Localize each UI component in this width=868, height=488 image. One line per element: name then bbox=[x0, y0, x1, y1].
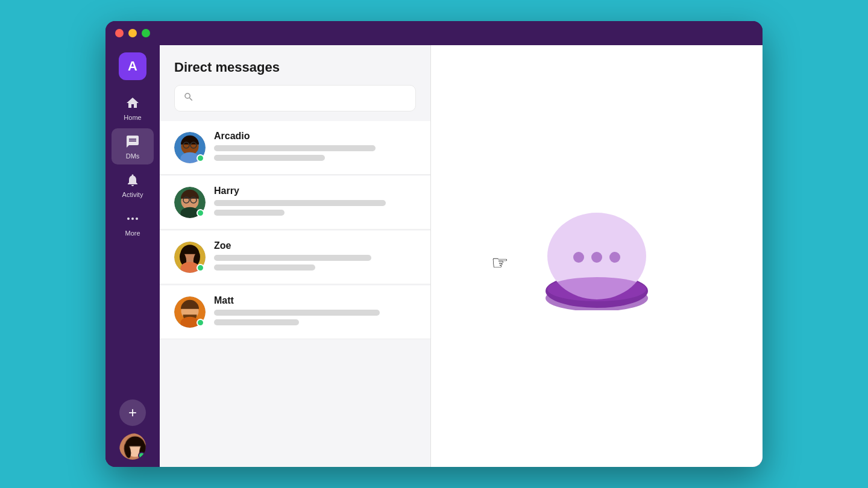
dm-item-zoe[interactable]: Zoe bbox=[160, 231, 430, 284]
search-icon bbox=[183, 92, 194, 105]
matt-content: Matt bbox=[214, 295, 416, 329]
zoe-avatar-wrap bbox=[174, 242, 206, 273]
matt-status-dot bbox=[197, 319, 204, 327]
harry-name: Harry bbox=[214, 186, 416, 196]
sidebar-dms-label: DMs bbox=[126, 152, 140, 160]
dm-item-arcadio[interactable]: Arcadio bbox=[160, 121, 430, 175]
sidebar-item-home[interactable]: Home bbox=[112, 90, 154, 126]
sidebar-activity-label: Activity bbox=[122, 191, 143, 198]
sidebar: A Home DMs bbox=[105, 45, 160, 467]
zoe-preview-line2 bbox=[214, 264, 315, 271]
dm-item-matt[interactable]: Matt bbox=[160, 286, 430, 339]
search-input[interactable] bbox=[200, 93, 407, 104]
sidebar-item-dms[interactable]: DMs bbox=[112, 128, 154, 164]
arcadio-preview-line1 bbox=[214, 145, 376, 151]
workspace-avatar[interactable]: A bbox=[119, 52, 146, 80]
svg-point-2 bbox=[136, 217, 138, 220]
svg-point-8 bbox=[609, 252, 620, 263]
matt-preview-line1 bbox=[214, 310, 380, 316]
harry-status-dot bbox=[197, 209, 204, 217]
dm-list: Arcadio Harry bbox=[160, 121, 430, 467]
zoe-preview-line1 bbox=[214, 255, 371, 261]
sidebar-item-activity[interactable]: Activity bbox=[112, 167, 154, 203]
sidebar-more-label: More bbox=[125, 230, 140, 237]
svg-point-1 bbox=[131, 217, 134, 220]
close-button[interactable] bbox=[115, 29, 124, 37]
add-button[interactable]: + bbox=[119, 399, 146, 426]
arcadio-preview-line2 bbox=[214, 155, 325, 161]
matt-preview-line2 bbox=[214, 319, 299, 325]
zoe-status-dot bbox=[197, 264, 204, 272]
dm-item-harry[interactable]: Harry bbox=[160, 176, 430, 230]
zoe-name: Zoe bbox=[214, 240, 416, 251]
svg-point-9 bbox=[547, 277, 646, 301]
svg-point-6 bbox=[573, 252, 584, 263]
maximize-button[interactable] bbox=[142, 29, 150, 37]
more-icon bbox=[124, 210, 141, 227]
home-icon bbox=[124, 95, 141, 111]
dm-panel: Direct messages bbox=[160, 45, 431, 467]
sidebar-home-label: Home bbox=[124, 114, 141, 121]
sidebar-item-more[interactable]: More bbox=[112, 205, 154, 242]
minimize-button[interactable] bbox=[128, 29, 137, 37]
harry-content: Harry bbox=[214, 186, 416, 219]
cursor-hand-icon: ☞ bbox=[491, 251, 509, 274]
harry-preview-line2 bbox=[214, 210, 285, 216]
chat-illustration bbox=[536, 202, 657, 310]
harry-preview-line1 bbox=[214, 200, 386, 206]
dm-panel-title: Direct messages bbox=[174, 60, 416, 75]
arcadio-name: Arcadio bbox=[214, 131, 416, 142]
titlebar bbox=[105, 21, 763, 45]
search-bar[interactable] bbox=[174, 85, 416, 111]
chat-bubble-svg bbox=[536, 202, 657, 310]
user-avatar[interactable] bbox=[119, 433, 146, 460]
harry-avatar-wrap bbox=[174, 187, 206, 218]
app-body: A Home DMs bbox=[105, 45, 763, 467]
user-status-dot bbox=[138, 452, 145, 459]
arcadio-avatar-wrap bbox=[174, 132, 206, 163]
bell-icon bbox=[124, 172, 141, 189]
dms-icon bbox=[124, 133, 141, 150]
dm-header: Direct messages bbox=[160, 45, 430, 85]
matt-name: Matt bbox=[214, 295, 416, 306]
arcadio-status-dot bbox=[197, 154, 204, 162]
arcadio-content: Arcadio bbox=[214, 131, 416, 164]
matt-avatar-wrap bbox=[174, 296, 206, 328]
app-window: A Home DMs bbox=[105, 21, 763, 467]
zoe-content: Zoe bbox=[214, 240, 416, 274]
main-content: ☞ bbox=[431, 45, 763, 467]
svg-point-0 bbox=[127, 217, 130, 220]
svg-point-7 bbox=[591, 252, 602, 263]
